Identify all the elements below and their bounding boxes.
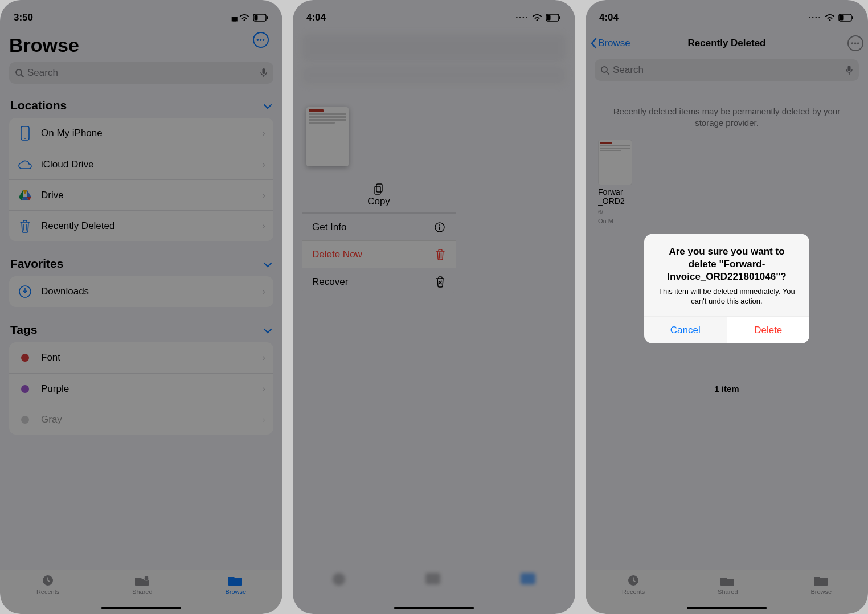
status-time: 4:04 [599, 12, 619, 23]
context-get-info[interactable]: Get Info [302, 213, 456, 240]
blurred-header [302, 34, 566, 62]
blurred-search [302, 66, 566, 84]
svg-line-4 [21, 75, 23, 77]
alert-delete-button[interactable]: Delete [727, 317, 810, 343]
chevron-right-icon: › [262, 190, 265, 201]
status-bar: 4:04 [293, 0, 575, 31]
file-location: On M [598, 218, 613, 224]
battery-icon [253, 14, 269, 22]
folder-icon [227, 574, 244, 587]
tab-shared[interactable]: Shared [132, 574, 152, 595]
svg-rect-33 [848, 66, 851, 71]
iphone-icon [17, 125, 33, 141]
locations-header[interactable]: Locations [9, 93, 273, 118]
tag-color-dot [21, 354, 29, 362]
wifi-icon [825, 14, 835, 22]
tab-recents[interactable]: Recents [622, 574, 645, 595]
more-button[interactable]: ••• [847, 35, 863, 51]
chevron-right-icon: › [262, 286, 265, 297]
search-input[interactable] [613, 64, 842, 76]
tab-recents[interactable]: Recents [36, 574, 59, 595]
file-name: Forwar [598, 187, 623, 197]
tab-shared[interactable]: Shared [718, 574, 738, 595]
chevron-down-icon [263, 99, 272, 112]
dictate-icon[interactable] [845, 65, 853, 75]
tag-gray[interactable]: Gray › [9, 404, 273, 435]
context-menu: Copy Get Info Delete Now Recover [302, 178, 456, 295]
phone-confirm-delete: 4:04 Browse Recently Deleted ••• Recentl… [586, 0, 868, 614]
recover-icon [435, 276, 445, 288]
tag-color-dot [21, 416, 29, 424]
tab-browse[interactable]: Browse [810, 574, 832, 595]
svg-rect-30 [852, 16, 853, 19]
alert-title: Are you sure you want to delete "Forward… [644, 234, 809, 286]
location-drive[interactable]: Drive › [9, 179, 273, 210]
chevron-down-icon [263, 323, 272, 337]
location-icloud[interactable]: iCloud Drive › [9, 149, 273, 179]
downloads-icon [17, 284, 33, 300]
battery-icon [546, 14, 562, 22]
cellular-dots-icon [515, 12, 529, 23]
chevron-down-icon [263, 257, 272, 271]
file-date: 6/ [598, 208, 603, 215]
cloud-icon [17, 157, 33, 173]
file-thumbnail [598, 140, 632, 185]
favorites-header[interactable]: Favorites [9, 251, 273, 276]
svg-marker-11 [27, 190, 31, 197]
svg-rect-21 [547, 15, 551, 21]
chevron-right-icon: › [262, 220, 265, 232]
phone-browse: 3:50 ••• Browse Locations On My iPhone › [0, 0, 282, 614]
svg-rect-29 [840, 15, 844, 21]
svg-point-26 [439, 224, 440, 226]
tags-header[interactable]: Tags [9, 317, 273, 342]
search-field[interactable] [595, 59, 859, 81]
svg-marker-12 [19, 190, 23, 197]
file-item[interactable]: Forwar_ORD2 6/ On M [598, 140, 649, 225]
folder-icon [813, 574, 830, 587]
search-icon [15, 68, 24, 77]
tag-font[interactable]: Font › [9, 342, 273, 373]
chevron-right-icon: › [262, 414, 265, 425]
location-recently-deleted[interactable]: Recently Deleted › [9, 210, 273, 241]
home-indicator[interactable] [687, 607, 767, 609]
svg-marker-10 [23, 190, 27, 194]
home-indicator[interactable] [101, 607, 181, 609]
phone-context-menu: 4:04 Copy Get Info [293, 0, 575, 614]
copy-icon [374, 183, 384, 195]
svg-rect-2 [267, 16, 268, 19]
context-delete-now[interactable]: Delete Now [302, 240, 456, 268]
status-bar: 3:50 [0, 0, 282, 31]
svg-line-32 [607, 72, 609, 74]
dictate-icon[interactable] [260, 68, 268, 78]
info-text: Recently deleted items may be permanentl… [595, 90, 859, 140]
clock-icon [39, 574, 56, 587]
trash-icon [17, 218, 33, 234]
info-icon [434, 222, 445, 233]
file-thumbnail[interactable] [306, 107, 349, 166]
alert-cancel-button[interactable]: Cancel [644, 317, 727, 343]
context-recover[interactable]: Recover [302, 268, 456, 295]
chevron-left-icon [590, 38, 597, 49]
svg-point-8 [24, 138, 26, 139]
tag-color-dot [21, 385, 29, 393]
tag-purple[interactable]: Purple › [9, 373, 273, 404]
folder-person-icon [719, 574, 736, 587]
folder-person-icon [134, 574, 151, 587]
home-indicator[interactable] [394, 607, 474, 609]
chevron-right-icon: › [262, 352, 265, 363]
more-button[interactable]: ••• [253, 32, 269, 48]
back-button[interactable]: Browse [590, 38, 630, 49]
svg-rect-5 [263, 68, 265, 74]
location-on-my-iphone[interactable]: On My iPhone › [9, 118, 273, 149]
search-input[interactable] [27, 67, 256, 79]
search-field[interactable] [9, 62, 273, 84]
wifi-icon [239, 14, 249, 22]
chevron-right-icon: › [262, 159, 265, 170]
svg-rect-1 [255, 15, 258, 21]
context-copy[interactable]: Copy [302, 178, 456, 213]
favorite-downloads[interactable]: Downloads › [9, 276, 273, 307]
favorites-group: Downloads › [9, 276, 273, 307]
clock-icon [625, 574, 642, 587]
tab-browse[interactable]: Browse [225, 574, 246, 595]
battery-icon [838, 14, 854, 22]
